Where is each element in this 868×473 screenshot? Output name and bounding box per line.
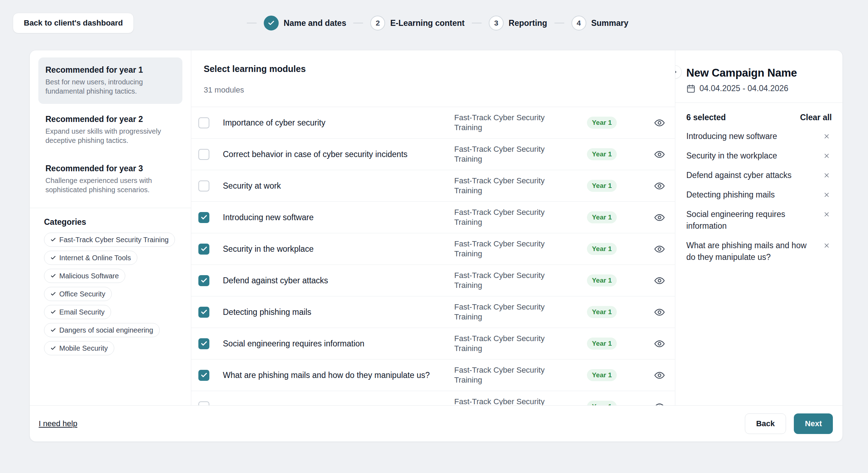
preview-button[interactable] — [653, 148, 665, 160]
modules-count: 31 modules — [204, 85, 675, 95]
category-chip[interactable]: Email Security — [44, 305, 111, 319]
check-icon — [50, 309, 56, 315]
module-category: Fast-Track Cyber Security Training — [454, 271, 571, 290]
category-chip-label: Email Security — [59, 308, 105, 316]
category-chip[interactable]: Mobile Security — [44, 341, 114, 355]
collapse-panel-button[interactable] — [675, 65, 682, 79]
preview-button[interactable] — [653, 338, 665, 350]
recommendation-item[interactable]: Recommended for year 1 Best for new user… — [38, 57, 182, 104]
selected-count: 6 selected — [686, 113, 726, 122]
check-icon — [200, 245, 208, 252]
recommendation-description: Best for new users, introducing fundamen… — [45, 77, 175, 96]
module-list: Importance of cyber security Fast-Track … — [191, 107, 675, 405]
categories-section: Categories Fast-Track Cyber Security Tra… — [44, 217, 182, 355]
recommendation-item[interactable]: Recommended for year 3 Challenge experie… — [38, 156, 182, 202]
category-chip-label: Fast-Track Cyber Security Training — [59, 236, 169, 244]
category-chip-label: Malicious Software — [59, 272, 119, 280]
eye-icon — [654, 307, 665, 317]
selected-item: Detecting phishing mails — [686, 185, 832, 205]
year-badge: Year 1 — [587, 401, 617, 405]
year-badge: Year 1 — [587, 180, 617, 192]
modules-panel: Select learning modules 31 modules Impor… — [191, 50, 675, 405]
year-badge: Year 1 — [587, 338, 617, 350]
category-chip[interactable]: Fast-Track Cyber Security Training — [44, 233, 175, 247]
selected-item: Defend against cyber attacks — [686, 166, 832, 185]
remove-item-button[interactable] — [821, 208, 832, 220]
category-chip-label: Mobile Security — [59, 344, 108, 352]
selected-item: Introducing new software — [686, 127, 832, 146]
summary-divider — [675, 102, 842, 103]
preview-button[interactable] — [653, 243, 665, 255]
next-button[interactable]: Next — [794, 413, 833, 434]
selected-item-label: Social engineering requires information — [686, 208, 821, 232]
check-icon — [268, 20, 275, 27]
module-checkbox[interactable] — [198, 244, 209, 255]
wizard-card: Recommended for year 1 Best for new user… — [29, 50, 843, 442]
remove-item-button[interactable] — [821, 240, 832, 251]
module-checkbox[interactable] — [198, 275, 209, 286]
preview-button[interactable] — [653, 369, 665, 381]
module-row: Importance of cyber security Fast-Track … — [191, 107, 675, 139]
selected-item: Security in the workplace — [686, 146, 832, 166]
stepper-step[interactable]: 2 E-Learning content — [346, 16, 465, 30]
recommendation-item[interactable]: Recommended for year 2 Expand user skill… — [38, 107, 182, 153]
remove-item-button[interactable] — [821, 189, 832, 201]
check-icon — [200, 214, 208, 221]
wizard-footer: I need help Back Next — [30, 405, 842, 441]
remove-item-button[interactable] — [821, 169, 832, 181]
step-number: 4 — [577, 19, 581, 27]
preview-button[interactable] — [653, 180, 665, 192]
category-chip[interactable]: Dangers of social engineering — [44, 323, 160, 337]
module-title: Detecting phishing mails — [223, 307, 454, 317]
module-checkbox[interactable] — [198, 307, 209, 318]
stepper-step[interactable]: 3 Reporting — [465, 16, 547, 30]
recommendation-description: Expand user skills with progressively de… — [45, 127, 175, 145]
module-checkbox[interactable] — [198, 338, 209, 349]
remove-item-button[interactable] — [821, 150, 832, 162]
campaign-dates-row: 04.04.2025 - 04.04.2026 — [686, 84, 832, 93]
module-title: Defend against cyber attacks — [223, 276, 454, 285]
help-link[interactable]: I need help — [39, 419, 77, 428]
module-title: Introducing new software — [223, 213, 454, 222]
module-row: Security at work Fast-Track Cyber Securi… — [191, 170, 675, 202]
category-chip[interactable]: Internet & Online Tools — [44, 251, 137, 265]
content-row: Recommended for year 1 Best for new user… — [30, 50, 842, 405]
module-checkbox[interactable] — [198, 149, 209, 160]
check-icon — [50, 345, 56, 351]
year-badge: Year 1 — [587, 306, 617, 318]
selected-item-label: Security in the workplace — [686, 150, 821, 162]
module-checkbox[interactable] — [198, 212, 209, 223]
category-chip[interactable]: Office Security — [44, 287, 112, 301]
preview-button[interactable] — [653, 117, 665, 129]
preview-button[interactable] — [653, 274, 665, 286]
module-checkbox[interactable] — [198, 401, 209, 406]
module-title: Correct behavior in case of cyber securi… — [223, 150, 454, 159]
module-checkbox[interactable] — [198, 180, 209, 191]
module-checkbox[interactable] — [198, 117, 209, 128]
preview-button[interactable] — [653, 211, 665, 223]
preview-button[interactable] — [653, 401, 665, 405]
clear-all-button[interactable]: Clear all — [800, 113, 832, 122]
recommendation-list: Recommended for year 1 Best for new user… — [38, 57, 182, 202]
selected-item: Social engineering requires information — [686, 205, 832, 236]
year-badge: Year 1 — [587, 211, 617, 223]
module-category: Fast-Track Cyber Security Training — [454, 365, 571, 385]
stepper-step[interactable]: 4 Summary — [547, 16, 628, 30]
module-title: Social engineering requires information — [223, 339, 454, 349]
selected-items-list: Introducing new software Security in the… — [686, 127, 832, 267]
back-button[interactable]: Back — [745, 413, 786, 434]
preview-button[interactable] — [653, 306, 665, 318]
eye-icon — [654, 370, 665, 380]
campaign-date-range: 04.04.2025 - 04.04.2026 — [699, 84, 789, 93]
stepper-step[interactable]: 1 Name and dates — [240, 16, 346, 30]
step-number: 2 — [376, 19, 380, 27]
eye-icon — [654, 276, 665, 286]
close-icon — [824, 243, 830, 249]
back-to-dashboard-button[interactable]: Back to client's dashboard — [13, 13, 134, 33]
module-checkbox[interactable] — [198, 370, 209, 381]
module-category: Fast-Track Cyber Security Training — [454, 144, 571, 164]
eye-icon — [654, 149, 665, 160]
check-icon — [200, 340, 208, 347]
category-chip[interactable]: Malicious Software — [44, 269, 125, 283]
remove-item-button[interactable] — [821, 130, 832, 142]
